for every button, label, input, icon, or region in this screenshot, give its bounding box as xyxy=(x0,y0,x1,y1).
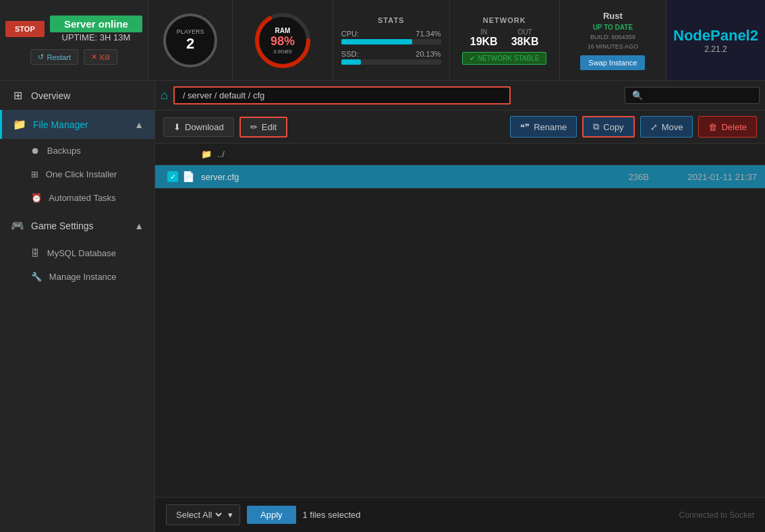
select-dropdown[interactable]: Select All ▾ xyxy=(166,504,240,525)
sidebar-item-automated-tasks[interactable]: ⏰ Automated Tasks xyxy=(0,186,154,210)
ssd-bar xyxy=(341,59,362,65)
ssd-stat: SSD: 20.13% xyxy=(341,50,441,65)
file-date: 2021-01-11 21:37 xyxy=(649,172,757,182)
one-click-icon: ⊞ xyxy=(31,169,38,179)
stats-title: STATS xyxy=(341,16,441,24)
breadcrumb-home-icon: ⌂ xyxy=(161,88,168,102)
rust-status: UP TO DATE xyxy=(593,24,633,31)
ram-widget: RAM 98% 3.9GBS xyxy=(252,10,313,71)
mysql-icon: 🗄 xyxy=(31,248,40,258)
checkmark-icon: ✔ xyxy=(470,55,475,62)
sidebar-item-file-manager[interactable]: 📁 File Manager ▲ xyxy=(0,110,154,139)
restart-icon: ↺ xyxy=(38,53,44,61)
kill-button[interactable]: ✕ Kill xyxy=(84,49,117,65)
nodepanel-version: 2.21.2 xyxy=(704,45,727,54)
file-list: 📁 ../ ✓ 📄 server.cfg 236B 2021-01-11 21:… xyxy=(155,144,765,497)
kill-icon: ✕ xyxy=(91,53,97,61)
copy-button[interactable]: ⧉ Copy xyxy=(582,116,634,138)
file-icon: 📄 xyxy=(182,171,201,183)
files-selected-label: 1 files selected xyxy=(303,510,361,520)
expand-icon: ▲ xyxy=(134,220,144,231)
parent-folder-name: ../ xyxy=(217,149,225,159)
download-icon: ⬇ xyxy=(173,122,181,132)
rust-title: Rust xyxy=(603,11,623,21)
swap-instance-button[interactable]: Swap Instance xyxy=(580,55,645,70)
sidebar-item-mysql[interactable]: 🗄 MySQL Database xyxy=(0,241,154,265)
sidebar-item-overview[interactable]: ⊞ Overview xyxy=(0,81,154,110)
sidebar-item-one-click[interactable]: ⊞ One Click Installer xyxy=(0,162,154,186)
file-checkbox[interactable]: ✓ xyxy=(163,171,182,182)
players-widget: PLAYERS 2 xyxy=(163,13,217,67)
edit-icon: ✏ xyxy=(250,122,258,132)
socket-status: Connected to Socket xyxy=(679,510,754,520)
collapse-icon: ▲ xyxy=(134,119,144,130)
automated-tasks-icon: ⏰ xyxy=(31,193,42,203)
move-icon: ⤢ xyxy=(650,122,658,132)
dropdown-arrow-icon: ▾ xyxy=(228,510,233,520)
download-button[interactable]: ⬇ Download xyxy=(163,117,234,137)
search-icon: 🔍 xyxy=(632,90,643,100)
rust-build: BUILD: 6064359 xyxy=(590,34,635,40)
toolbar: ⬇ Download ✏ Edit ❝❞ Rename ⧉ Copy ⤢ Mov… xyxy=(155,111,765,144)
delete-button[interactable]: 🗑 Delete xyxy=(698,116,757,138)
sidebar-item-label: File Manager xyxy=(33,119,88,130)
game-settings-icon: 🎮 xyxy=(11,219,24,232)
rename-icon: ❝❞ xyxy=(520,122,530,132)
sidebar-item-label: Overview xyxy=(31,90,70,101)
rust-ago: 16 MINUTES AGO xyxy=(588,43,638,50)
search-input[interactable] xyxy=(643,90,752,100)
stop-button[interactable]: STOP xyxy=(5,21,45,37)
sidebar-item-game-settings[interactable]: 🎮 Game Settings ▲ xyxy=(0,210,154,241)
move-button[interactable]: ⤢ Move xyxy=(640,116,693,138)
bottom-bar: Select All ▾ Apply 1 files selected Conn… xyxy=(155,497,765,532)
search-box[interactable]: 🔍 xyxy=(625,87,760,104)
delete-icon: 🗑 xyxy=(708,122,717,132)
rename-button[interactable]: ❝❞ Rename xyxy=(510,116,577,138)
file-row[interactable]: ✓ 📄 server.cfg 236B 2021-01-11 21:37 xyxy=(155,165,765,189)
sidebar-item-manage-instance[interactable]: 🔧 Manage Instance xyxy=(0,265,154,289)
sidebar-item-backups[interactable]: ⏺ Backups xyxy=(0,139,154,162)
network-in: IN 19KB xyxy=(470,28,498,48)
sidebar: ⊞ Overview 📁 File Manager ▲ ⏺ Backups ⊞ … xyxy=(0,81,155,532)
copy-icon: ⧉ xyxy=(593,121,599,132)
cpu-stat: CPU: 71.34% xyxy=(341,30,441,45)
select-all-select[interactable]: Select All xyxy=(173,509,224,521)
server-status-badge: Server online xyxy=(50,16,142,32)
parent-folder-row[interactable]: 📁 ../ xyxy=(155,144,765,165)
backups-icon: ⏺ xyxy=(31,146,40,156)
uptime-text: UPTIME: 3H 13M xyxy=(50,32,142,42)
network-stable-badge: ✔ NETWORK STABLE xyxy=(462,52,547,65)
cpu-bar xyxy=(341,39,412,45)
folder-icon: 📁 xyxy=(201,149,212,159)
file-manager-icon: 📁 xyxy=(13,118,26,131)
file-size: 236B xyxy=(582,172,649,182)
restart-button[interactable]: ↺ Restart xyxy=(30,49,78,65)
apply-button[interactable]: Apply xyxy=(247,506,296,524)
network-title: NETWORK xyxy=(483,16,526,24)
edit-button[interactable]: ✏ Edit xyxy=(239,117,287,138)
breadcrumb-bar: ⌂ / server / default / cfg 🔍 xyxy=(155,81,765,111)
network-out: OUT 38KB xyxy=(511,28,539,48)
file-name: server.cfg xyxy=(201,172,582,182)
breadcrumb[interactable]: / server / default / cfg xyxy=(173,86,511,105)
checkbox[interactable]: ✓ xyxy=(167,171,178,182)
nodepanel-logo: NodePanel2 xyxy=(673,27,758,45)
manage-instance-icon: 🔧 xyxy=(31,272,42,282)
overview-icon: ⊞ xyxy=(11,89,24,102)
